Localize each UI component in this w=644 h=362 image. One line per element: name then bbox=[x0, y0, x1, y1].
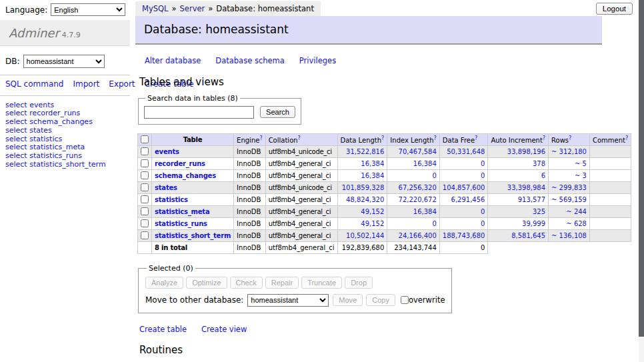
table-stat-link[interactable]: 325 bbox=[533, 208, 545, 215]
scrollbar-thumb[interactable] bbox=[639, 0, 644, 337]
db-link-privileges[interactable]: Privileges bbox=[299, 56, 336, 65]
move-db-select[interactable]: homeassistant bbox=[247, 294, 329, 307]
table-name-link[interactable]: states bbox=[155, 184, 177, 191]
truncate-button[interactable]: Truncate bbox=[301, 277, 342, 289]
row-checkbox[interactable] bbox=[141, 231, 149, 239]
select-all-checkbox[interactable] bbox=[141, 135, 149, 143]
overwrite-checkbox[interactable] bbox=[401, 296, 409, 304]
table-stat-link[interactable]: 104,857,600 bbox=[443, 184, 485, 191]
table-stat-link[interactable]: 0 bbox=[481, 208, 485, 215]
breadcrumb-separator: » bbox=[208, 4, 213, 13]
sidebar-item-select-states[interactable]: select states bbox=[5, 127, 125, 135]
table-name-link[interactable]: statistics_short_term bbox=[155, 232, 231, 239]
db-link-database-schema[interactable]: Database schema bbox=[215, 56, 284, 65]
table-stat-link[interactable]: 0 bbox=[481, 220, 485, 227]
move-button[interactable]: Move bbox=[333, 294, 363, 306]
sidebar-action-link[interactable]: Export bbox=[109, 79, 135, 89]
create-table-link[interactable]: Create table bbox=[139, 325, 187, 334]
table-stat-link[interactable]: ~ 5 bbox=[575, 160, 587, 167]
row-checkbox[interactable] bbox=[141, 195, 149, 203]
sidebar-item-select-statistics_runs[interactable]: select statistics_runs bbox=[5, 152, 125, 161]
help-link[interactable]: ? bbox=[569, 135, 571, 141]
table-stat-link[interactable]: 72,220,672 bbox=[399, 196, 437, 203]
help-link[interactable]: ? bbox=[381, 135, 384, 141]
table-stat-link[interactable]: ~ 569,159 bbox=[551, 196, 587, 203]
table-stat-link[interactable]: ~ 136,108 bbox=[551, 232, 587, 239]
table-stat-link[interactable]: 6 bbox=[541, 172, 545, 179]
row-checkbox[interactable] bbox=[141, 207, 149, 215]
create-view-link[interactable]: Create view bbox=[201, 325, 247, 334]
table-stat-link[interactable]: 188,743,680 bbox=[443, 232, 485, 239]
table-stat-link[interactable]: ~ 628 bbox=[566, 220, 587, 227]
search-input[interactable] bbox=[144, 106, 254, 119]
row-checkbox[interactable] bbox=[141, 171, 149, 179]
table-stat-link[interactable]: ~ 312,180 bbox=[551, 148, 587, 155]
table-name-link[interactable]: schema_changes bbox=[155, 172, 216, 179]
table-stat-link[interactable]: 50,331,648 bbox=[447, 148, 485, 155]
table-stat-link[interactable]: 16,384 bbox=[413, 160, 437, 167]
help-link[interactable]: ? bbox=[543, 135, 545, 141]
table-stat-link[interactable]: 31,522,816 bbox=[346, 148, 384, 155]
search-button[interactable]: Search bbox=[260, 106, 295, 118]
table-stat-link[interactable]: 8,581,645 bbox=[511, 232, 545, 239]
table-stat-link[interactable]: 39,999 bbox=[522, 220, 545, 227]
table-stat-link[interactable]: ~ 3 bbox=[575, 172, 587, 179]
check-button[interactable]: Check bbox=[230, 277, 263, 289]
sidebar-action-link[interactable]: Import bbox=[73, 79, 99, 89]
table-stat-link[interactable]: 24,166,400 bbox=[399, 232, 437, 239]
table-stat-link[interactable]: 0 bbox=[481, 160, 485, 167]
table-stat-link[interactable]: 70,467,584 bbox=[399, 148, 437, 155]
table-name-link[interactable]: recorder_runs bbox=[155, 160, 205, 167]
copy-button[interactable]: Copy bbox=[366, 294, 395, 306]
table-name-link[interactable]: statistics_runs bbox=[155, 220, 207, 227]
move-label: Move to other database: bbox=[145, 295, 243, 305]
repair-button[interactable]: Repair bbox=[265, 277, 299, 289]
table-stat-link[interactable]: 16,384 bbox=[361, 172, 384, 179]
help-link[interactable]: ? bbox=[434, 135, 437, 141]
table-stat-link[interactable]: ~ 244 bbox=[566, 208, 587, 215]
analyze-button[interactable]: Analyze bbox=[145, 277, 183, 289]
help-link[interactable]: ? bbox=[259, 135, 262, 141]
table-stat-link[interactable]: 101,859,328 bbox=[342, 184, 385, 191]
table-stat-link[interactable]: 6,291,456 bbox=[451, 196, 485, 203]
table-stat-link[interactable]: 378 bbox=[533, 160, 545, 167]
help-link[interactable]: ? bbox=[298, 135, 301, 141]
sidebar-item-select-statistics_short_term[interactable]: select statistics_short_term bbox=[5, 161, 125, 169]
row-checkbox[interactable] bbox=[141, 183, 149, 191]
drop-button[interactable]: Drop bbox=[345, 277, 373, 289]
optimize-button[interactable]: Optimize bbox=[186, 277, 227, 289]
table-stat-link[interactable]: 49,152 bbox=[361, 220, 384, 227]
table-name-link[interactable]: events bbox=[155, 148, 179, 155]
table-stat-link[interactable]: 913,577 bbox=[518, 196, 545, 203]
row-checkbox[interactable] bbox=[141, 147, 149, 155]
table-stat-link[interactable]: ~ 299,833 bbox=[551, 184, 587, 191]
sidebar-item-select-schema_changes[interactable]: select schema_changes bbox=[5, 118, 125, 127]
table-stat-link[interactable]: 16,384 bbox=[361, 160, 384, 167]
help-link[interactable]: ? bbox=[475, 135, 477, 141]
table-stat-link[interactable]: 0 bbox=[432, 220, 436, 227]
logout-button[interactable]: Logout bbox=[596, 3, 633, 15]
sidebar-action-link[interactable]: SQL command bbox=[5, 79, 63, 89]
table-stat-link[interactable]: 67,256,320 bbox=[399, 184, 437, 191]
language-select[interactable]: English bbox=[51, 3, 125, 16]
help-link[interactable]: ? bbox=[625, 135, 628, 141]
table-stat-link[interactable]: 0 bbox=[481, 172, 485, 179]
breadcrumb-link[interactable]: MySQL bbox=[142, 4, 169, 13]
app-name[interactable]: Adminer bbox=[9, 26, 59, 40]
table-stat-link[interactable]: 33,398,984 bbox=[507, 184, 545, 191]
total-cell: 234,143,744 bbox=[387, 241, 439, 253]
table-stat-link[interactable]: 33,898,196 bbox=[507, 148, 545, 155]
table-stat-link[interactable]: 16,384 bbox=[413, 208, 437, 215]
row-checkbox[interactable] bbox=[141, 159, 149, 167]
breadcrumb-link[interactable]: Server bbox=[180, 4, 205, 13]
table-stat-link[interactable]: 49,152 bbox=[361, 208, 384, 215]
table-stat-link[interactable]: 48,824,320 bbox=[346, 196, 384, 203]
db-link-alter-database[interactable]: Alter database bbox=[145, 56, 201, 65]
table-stat-link[interactable]: 10,502,144 bbox=[346, 232, 384, 239]
vertical-scrollbar[interactable] bbox=[639, 0, 644, 362]
table-stat-link[interactable]: 0 bbox=[432, 172, 436, 179]
table-name-link[interactable]: statistics_meta bbox=[155, 208, 209, 215]
table-name-link[interactable]: statistics bbox=[155, 196, 188, 203]
row-checkbox[interactable] bbox=[141, 219, 149, 227]
db-select[interactable]: homeassistant bbox=[23, 55, 105, 68]
